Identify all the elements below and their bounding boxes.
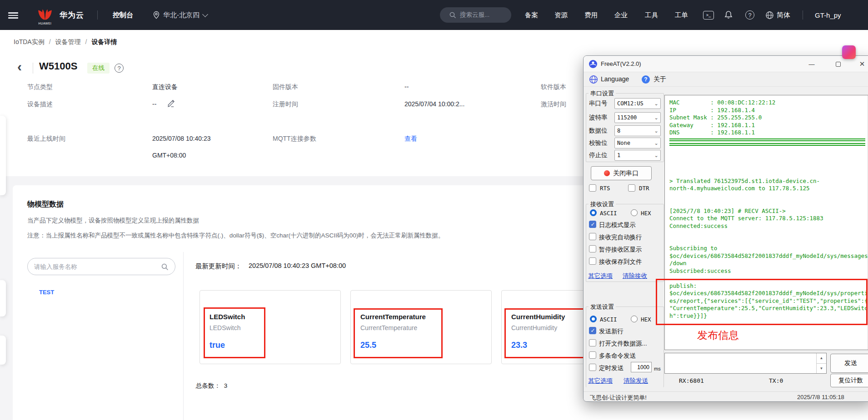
service-search-box[interactable] bbox=[27, 258, 175, 275]
location-pin-icon bbox=[153, 11, 160, 20]
send-button[interactable]: 发送 bbox=[830, 354, 868, 373]
serial-log-area[interactable]: MAC : 00:08:DC:12:22:12 IP : 192.168.1.4… bbox=[664, 95, 868, 350]
rts-checkbox[interactable] bbox=[589, 184, 596, 192]
hamburger-menu-icon[interactable] bbox=[8, 0, 18, 30]
auto-newline-checkbox[interactable] bbox=[589, 233, 596, 240]
mqtt-view-link[interactable]: 查看 bbox=[404, 135, 417, 143]
notifications-bell-icon[interactable] bbox=[724, 0, 733, 30]
dtr-checkbox[interactable] bbox=[628, 184, 635, 192]
pause-display-label: 暂停接收区显示 bbox=[599, 246, 642, 254]
property-value: 23.3 bbox=[511, 341, 527, 350]
com-port-select[interactable]: COM12:US⌄ bbox=[614, 98, 661, 109]
language-menu[interactable]: Language bbox=[601, 75, 629, 83]
divider bbox=[33, 63, 33, 74]
send-hex-radio[interactable] bbox=[631, 316, 638, 322]
send-text-input[interactable] bbox=[667, 355, 814, 371]
region-selector[interactable]: 华北-北京四 bbox=[153, 0, 207, 30]
multi-command-checkbox[interactable] bbox=[589, 351, 596, 359]
save-to-file-checkbox[interactable] bbox=[589, 257, 596, 265]
console-link[interactable]: 控制台 bbox=[113, 0, 133, 30]
divider bbox=[97, 10, 98, 20]
log-network-info: MAC : 00:08:DC:12:22:12 IP : 192.168.1.4… bbox=[669, 99, 868, 137]
register-time-value: 2025/07/04 10:00:2... bbox=[404, 100, 464, 108]
language-switcher[interactable]: 简体 bbox=[765, 0, 790, 30]
recv-ascii-label: ASCII bbox=[600, 210, 617, 217]
software-label: 软件版本 bbox=[541, 83, 566, 91]
menu-enterprise[interactable]: 企业 bbox=[614, 0, 628, 30]
firmware-label: 固件版本 bbox=[273, 83, 298, 91]
service-search-input[interactable] bbox=[34, 263, 161, 270]
minimize-icon[interactable]: — bbox=[802, 56, 822, 72]
total-count: 总条数： 3 bbox=[196, 382, 227, 390]
divider bbox=[803, 10, 803, 20]
device-help-icon[interactable]: ? bbox=[115, 64, 124, 73]
help-icon[interactable]: ? bbox=[745, 0, 754, 30]
spinner-down-icon[interactable]: ▼ bbox=[817, 364, 826, 374]
send-history-spinner[interactable]: ▲ ▼ bbox=[816, 353, 826, 373]
log-mode-checkbox[interactable] bbox=[589, 221, 596, 228]
send-input-box[interactable]: ▲ ▼ bbox=[664, 353, 827, 374]
edit-pencil-icon[interactable] bbox=[167, 99, 175, 107]
baudrate-select[interactable]: 115200⌄ bbox=[614, 112, 661, 123]
send-ascii-radio[interactable] bbox=[590, 316, 597, 322]
chevron-down-icon: ⌄ bbox=[652, 101, 660, 107]
freeat-window: FreeAT(V2.2.0) — ✕ Language ? 关于 串口设置 串口… bbox=[583, 55, 868, 402]
send-group-title: 发送设置 bbox=[589, 303, 616, 311]
parity-label: 校验位 bbox=[589, 139, 608, 147]
service-item-test[interactable]: TEST bbox=[39, 289, 54, 296]
log-separator bbox=[669, 138, 865, 141]
floating-widget[interactable] bbox=[842, 45, 856, 59]
property-subname: CurrentTemperature bbox=[360, 324, 417, 331]
globe-icon bbox=[765, 11, 774, 20]
timed-send-label: 定时发送 bbox=[599, 364, 624, 372]
breadcrumb-device-mgmt[interactable]: 设备管理 bbox=[55, 38, 81, 46]
send-newline-checkbox[interactable] bbox=[589, 327, 596, 334]
username[interactable]: GT-h_py bbox=[815, 0, 841, 30]
cli-terminal-icon[interactable]: >_ bbox=[703, 0, 714, 30]
menu-tickets[interactable]: 工单 bbox=[675, 0, 688, 30]
chevron-down-icon: ⌄ bbox=[652, 153, 660, 158]
breadcrumb-iotda[interactable]: IoTDA实例 bbox=[14, 38, 45, 46]
menu-tools[interactable]: 工具 bbox=[645, 0, 658, 30]
language-globe-icon[interactable] bbox=[589, 75, 598, 84]
menu-beian[interactable]: 备案 bbox=[525, 0, 538, 30]
recv-ascii-radio[interactable] bbox=[590, 209, 597, 216]
about-menu[interactable]: 关于 bbox=[653, 75, 666, 84]
send-other-options-link[interactable]: 其它选项 bbox=[588, 377, 613, 385]
parity-select[interactable]: None⌄ bbox=[614, 138, 661, 148]
recv-hex-label: HEX bbox=[641, 210, 651, 217]
open-file-source-checkbox[interactable] bbox=[589, 339, 596, 346]
databits-label: 数据位 bbox=[589, 127, 608, 135]
menu-resources[interactable]: 资源 bbox=[554, 0, 568, 30]
property-card-ledswitch: LEDSwitch LEDSwitch true bbox=[200, 290, 341, 364]
timed-send-checkbox[interactable] bbox=[589, 364, 596, 371]
left-panel-fragment bbox=[0, 116, 6, 195]
clear-receive-link[interactable]: 清除接收 bbox=[623, 272, 647, 280]
clear-send-link[interactable]: 清除发送 bbox=[624, 377, 648, 385]
receive-settings-group: 接收设置 bbox=[586, 204, 664, 282]
stopbits-select[interactable]: 1⌄ bbox=[614, 150, 661, 161]
chevron-down-icon: ⌄ bbox=[652, 140, 660, 146]
about-icon[interactable]: ? bbox=[642, 75, 650, 84]
reset-counter-button[interactable]: 复位计数 bbox=[830, 374, 868, 387]
receive-group-title: 接收设置 bbox=[589, 200, 616, 208]
menu-billing[interactable]: 费用 bbox=[584, 0, 598, 30]
recv-other-options-link[interactable]: 其它选项 bbox=[588, 272, 613, 280]
search-icon bbox=[449, 11, 456, 19]
pause-display-checkbox[interactable] bbox=[589, 245, 596, 252]
cloud-search-box[interactable]: 搜索云服... bbox=[440, 7, 511, 23]
search-icon bbox=[161, 263, 169, 271]
timer-interval-input[interactable] bbox=[631, 362, 652, 372]
brand-name[interactable]: 华为云 bbox=[60, 0, 84, 30]
close-port-button[interactable]: 关闭串口 bbox=[591, 166, 652, 180]
recv-hex-radio[interactable] bbox=[631, 209, 638, 216]
region-label: 华北-北京四 bbox=[163, 11, 200, 20]
databits-select[interactable]: 8⌄ bbox=[614, 125, 661, 136]
spinner-up-icon[interactable]: ▲ bbox=[817, 353, 826, 364]
freeat-titlebar[interactable]: FreeAT(V2.2.0) — ✕ bbox=[584, 56, 868, 72]
huawei-logo[interactable]: HUAWEI bbox=[37, 0, 53, 30]
status-clock: 2025/7/8 11:05:18 bbox=[797, 394, 844, 400]
node-type-label: 节点类型 bbox=[27, 83, 53, 91]
back-button[interactable]: ‹ bbox=[17, 60, 22, 73]
status-badge: 在线 bbox=[87, 63, 110, 74]
